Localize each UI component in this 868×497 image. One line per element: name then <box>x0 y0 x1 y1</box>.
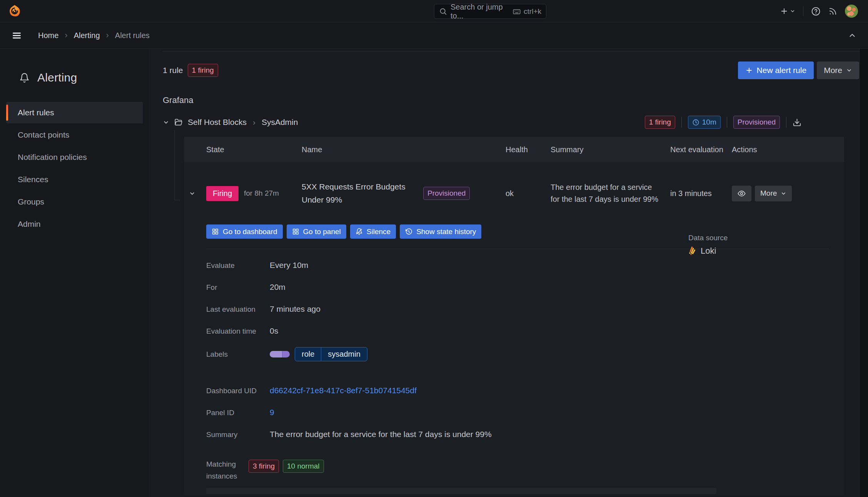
firing-state-badge: Firing <box>206 186 239 201</box>
sidebar-item-admin[interactable]: Admin <box>6 213 143 235</box>
health-value: ok <box>506 189 551 198</box>
sidebar-header: Alerting <box>0 71 149 84</box>
folder-group-row: Self Host Blocks › SysAdmin 1 firing 10m… <box>163 114 859 131</box>
row-actions: More <box>732 186 844 201</box>
section-title: Grafana <box>163 95 859 105</box>
go-to-dashboard-button[interactable]: Go to dashboard <box>206 224 283 239</box>
breadcrumb-separator: › <box>65 30 67 40</box>
bell-icon <box>19 73 30 83</box>
go-to-panel-button[interactable]: Go to panel <box>287 224 346 239</box>
more-button[interactable]: More <box>817 62 859 79</box>
news-icon[interactable] <box>828 7 837 16</box>
firing-duration: for 8h 27m <box>244 189 279 198</box>
folder-name[interactable]: Self Host Blocks <box>188 118 247 127</box>
user-avatar[interactable] <box>845 5 858 18</box>
detail-row-matching-instances: Matching instances 3 firing 10 normal <box>206 458 829 482</box>
header-state: State <box>206 144 302 156</box>
rule-row: Firing for 8h 27m 5XX Requests Error Bud… <box>184 162 844 224</box>
table-header-row: State Name Health Summary Next evaluatio… <box>184 137 844 162</box>
folder-separator: › <box>253 118 255 127</box>
export-icon[interactable] <box>793 118 801 127</box>
datasource-name[interactable]: Loki <box>701 246 716 256</box>
breadcrumb-alerting[interactable]: Alerting <box>74 31 100 40</box>
grafana-logo-icon[interactable] <box>8 4 22 18</box>
add-menu-button[interactable] <box>780 7 795 15</box>
header-name: Name <box>302 144 506 156</box>
sidebar-item-contact-points[interactable]: Contact points <box>6 124 143 146</box>
apps-icon <box>212 228 219 235</box>
folder-group-name[interactable]: SysAdmin <box>262 118 298 127</box>
detail-row-last-evaluation: Last evaluation 7 minutes ago <box>206 304 829 314</box>
detail-row-summary: Summary The error budget for a service f… <box>206 430 829 439</box>
firing-count-badge: 1 firing <box>188 64 218 77</box>
alerting-sidebar: Alerting Alert rules Contact points Noti… <box>0 49 149 497</box>
table-body: Firing for 8h 27m 5XX Requests Error Bud… <box>184 162 844 495</box>
breadcrumb-separator: › <box>106 30 109 40</box>
group-firing-badge: 1 firing <box>645 116 675 129</box>
collapse-chevron-icon[interactable] <box>163 119 169 126</box>
keyboard-icon <box>512 7 521 16</box>
label-key: role <box>295 347 321 361</box>
panel-id-link[interactable]: 9 <box>270 408 274 417</box>
next-evaluation-value: in 3 minutes <box>670 189 732 198</box>
bell-slash-icon <box>356 228 363 235</box>
search-placeholder: Search or jump to... <box>451 3 509 20</box>
datasource-block: Data source Lo <box>688 234 728 256</box>
group-provisioned-badge: Provisioned <box>733 116 780 129</box>
sidebar-item-silences[interactable]: Silences <box>6 169 143 190</box>
content-divider <box>163 51 859 52</box>
label-badge[interactable]: role sysadmin <box>295 347 367 361</box>
label-value: sysadmin <box>321 347 367 361</box>
detail-row-labels: Labels role sysadmin <box>206 347 829 361</box>
instances-normal-badge: 10 normal <box>283 460 324 473</box>
dashboard-uid-link[interactable]: d66242cf-71e8-417c-8ef7-51b0741545df <box>270 386 417 395</box>
breadcrumb-alert-rules: Alert rules <box>115 31 150 40</box>
scrollbar-gutter[interactable] <box>859 49 868 497</box>
sidebar-item-alert-rules[interactable]: Alert rules <box>6 102 143 123</box>
top-nav-bar: Search or jump to... ctrl+k <box>0 0 868 22</box>
menu-toggle-icon[interactable] <box>12 30 22 41</box>
breadcrumb-home[interactable]: Home <box>38 31 58 40</box>
chevron-down-icon <box>790 8 795 14</box>
chevron-down-icon <box>846 67 852 73</box>
interval-badge: 10m <box>688 116 721 129</box>
new-alert-rule-button[interactable]: New alert rule <box>738 62 814 79</box>
top-right-actions <box>780 0 858 22</box>
detail-row-for: For 20m <box>206 283 829 292</box>
clock-icon <box>692 119 699 126</box>
apps-icon <box>292 228 299 235</box>
rule-name-link[interactable]: 5XX Requests Error Budgets Under 99% <box>302 180 417 206</box>
silence-button[interactable]: Silence <box>350 224 396 239</box>
show-state-history-button[interactable]: Show state history <box>400 224 481 239</box>
labels-expand-pill[interactable] <box>270 351 290 357</box>
datasource-label: Data source <box>688 234 728 242</box>
sidebar-items: Alert rules Contact points Notification … <box>0 102 149 235</box>
rules-table: State Name Health Summary Next evaluatio… <box>184 137 844 495</box>
details-divider <box>206 249 829 249</box>
detail-row-evaluation-time: Evaluation time 0s <box>206 326 829 336</box>
sidebar-item-groups[interactable]: Groups <box>6 191 143 213</box>
loki-icon <box>688 246 697 256</box>
detail-row-evaluate: Evaluate Every 10m <box>206 261 829 270</box>
state-cell: Firing for 8h 27m <box>206 186 302 201</box>
row-more-button[interactable]: More <box>755 186 792 201</box>
breadcrumb: Home › Alerting › Alert rules <box>38 30 150 40</box>
collapse-chevron-up-icon[interactable] <box>848 31 856 40</box>
name-cell: 5XX Requests Error Budgets Under 99% Pro… <box>302 180 506 206</box>
sidebar-item-notification-policies[interactable]: Notification policies <box>6 146 143 168</box>
breadcrumb-bar: Home › Alerting › Alert rules <box>0 22 868 49</box>
header-next-evaluation: Next evaluation <box>670 144 732 156</box>
help-icon[interactable] <box>811 7 821 16</box>
instances-table-top <box>206 488 716 494</box>
header-health: Health <box>506 144 551 156</box>
main-content: 1 rule 1 firing New alert rule More Graf… <box>150 49 859 497</box>
row-expand-chevron-icon[interactable] <box>184 190 206 197</box>
plus-icon <box>745 66 753 74</box>
history-icon <box>405 228 412 235</box>
sidebar-title: Alerting <box>37 71 77 84</box>
rule-count: 1 rule <box>163 66 183 75</box>
rule-details: Go to dashboard Go to panel <box>184 224 844 482</box>
view-rule-button[interactable] <box>732 186 751 201</box>
grafana-app: Search or jump to... ctrl+k <box>0 0 868 497</box>
search-input[interactable]: Search or jump to... ctrl+k <box>434 4 546 19</box>
